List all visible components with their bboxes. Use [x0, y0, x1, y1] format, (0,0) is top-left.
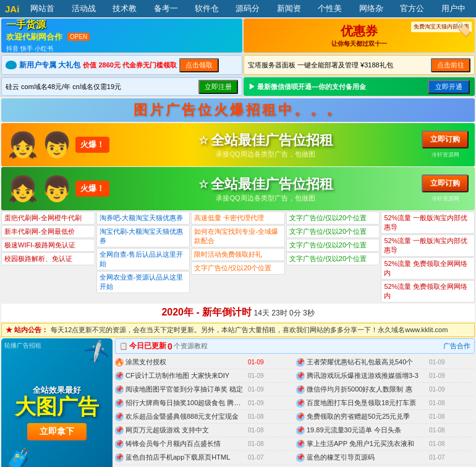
link-item: 新丰代刷网-全网最低价	[1, 225, 95, 238]
link-item: 高速低量 卡密代理代理	[191, 212, 285, 225]
news-title[interactable]: 19.89元流量30元适单 今日头条	[307, 426, 427, 435]
bullet-icon: 📌	[115, 440, 124, 448]
domain-right: ▶ 最新微信借呗开通—你的支付备用金 立即开通	[244, 77, 475, 96]
news-date: 01-07	[429, 454, 445, 461]
list-item: 🔥 涂黑支付授权 01-09	[115, 356, 294, 369]
news-title[interactable]: 欢乐超品金暨盛典领888元支付宝现金	[125, 412, 246, 421]
nav-software[interactable]: 软件仓库	[189, 0, 229, 17]
domain-text: 硅云 com域名48元/年 cn域名仅需19元	[6, 82, 121, 92]
news-date: 01-09	[429, 386, 445, 393]
ad2-center: ☆ 全站最佳广告位招租 承接QQ周边各类型广告，包做图	[109, 175, 422, 203]
link-item: 蛋疤代刷网-全网橙牛代刷	[1, 212, 95, 225]
ad1-corner: 冷轩资源网	[431, 151, 459, 159]
banner-row: 一手货源 欢迎代刷网合作 OPEN 抖音 快手 小红书 优惠券 让你每天都过双十…	[0, 17, 476, 54]
news-title[interactable]: 涂黑支付授权	[125, 358, 246, 367]
nav-home[interactable]: 网站首页	[24, 0, 65, 17]
ad-images: 👧 👦 火爆！ ☆ 全站最佳广告位招租 承接QQ周边各类型广告，包做图 立即订购…	[1, 123, 475, 210]
ad-row-1: 👧 👦 火爆！ ☆ 全站最佳广告位招租 承接QQ周边各类型广告，包做图 立即订购…	[1, 123, 475, 166]
domain-btn[interactable]: 立即注册	[198, 80, 238, 94]
nav-official[interactable]: 官方公告	[394, 0, 435, 17]
ad1-right: 立即订购 冷轩资源网	[422, 131, 475, 159]
news-title[interactable]: 百度地图打车日免垦领取18元打车票	[307, 398, 427, 408]
news-title[interactable]: CF设计工坊制作地图 大家快来DIY	[125, 371, 246, 380]
right-content: 📋 今日已更新 0 个资源教程 广告合作 🔥 涂黑支付授权 01-09 📌 CF…	[115, 338, 475, 467]
nav-source[interactable]: 源码分享	[229, 0, 270, 17]
top-navigation: JAi 网站首页 活动战报 技术教程 备考一哥 软件仓库 源码分享 新闻资讯 个…	[0, 0, 476, 17]
link-col-4: 文字广告位/仅以20个位置 文字广告位/仅以20个位置 文字广告位/仅以20个位…	[286, 212, 380, 302]
news-col-left: 🔥 涂黑支付授权 01-09 📌 CF设计工坊制作地图 大家快来DIY 01-0…	[115, 356, 294, 467]
news-title[interactable]: 微信停均月折5000好友人数限制 惠	[307, 385, 427, 394]
list-item: 📌 19.89元流量30元适单 今日头条 01-08	[296, 424, 475, 437]
newuser-right-label: 宝塔服务器面板 一键全能部署及管理 ¥3188礼包	[248, 61, 393, 70]
news-date: 01-09	[248, 372, 264, 379]
link-col-2: 淘券吧-大额淘宝天猫优惠券 淘宝代刷-大额淘宝天猫优惠券 全网自查-售后认品从这…	[96, 212, 190, 302]
ad2-buy-btn[interactable]: 立即订购	[422, 174, 469, 192]
news-title[interactable]: 铸锋会员每个月额内百点盛长情	[125, 439, 246, 448]
link-col-5: 52%流量 一般版淘宝内部优惠导 52%流量 一般版淘宝内部优惠导 52%流量 …	[381, 212, 475, 302]
site-logo: JAi	[0, 4, 24, 14]
news-col-right: 📌 王者荣耀优惠钻石礼包最高兑540个 01-09 📌 腾讯游戏玩乐爆推送游戏推…	[296, 356, 475, 467]
today-label: 今日已更新	[129, 341, 166, 351]
newuser-btn[interactable]: 点击领取	[179, 58, 219, 72]
news-title[interactable]: 网页万元超级游戏 支持中文	[125, 426, 246, 435]
news-title[interactable]: 腾讯游戏玩乐爆推送游戏推媒循增3-3	[307, 371, 427, 380]
person-icon: 🧳	[4, 447, 33, 467]
coupon-box: 优惠券 让你每天都过双十一	[331, 23, 387, 48]
nav-prepare[interactable]: 备考一哥	[148, 0, 189, 17]
link-item: 52%流量 免费领取全网网络内	[381, 280, 475, 302]
ad2-subtitle: 承接QQ周边各类型广告，包做图	[109, 194, 422, 203]
link-item: 淘宝代刷-大额淘宝天猫优惠券	[96, 225, 190, 247]
list-item: 📌 百度地图打车日免垦领取18元打车票 01-08	[296, 396, 475, 410]
link-item: 52%流量 免费领取全网网络内	[381, 257, 475, 280]
domain-right-btn[interactable]: 立即开通	[428, 80, 470, 94]
bullet-icon: 📌	[296, 413, 305, 421]
sidebar-ad-content: 全站效果最好 大图广告 立即拿下	[15, 372, 99, 440]
news-title[interactable]: 掌上生活APP 免用户1元买洗衣液和	[307, 439, 427, 448]
newuser-row: 新用户专属 大礼包 价值 2860元 代金券无门槛领取 点击领取 宝塔服务器面板…	[0, 54, 476, 76]
link-rows: 蛋疤代刷网-全网橙牛代刷 新丰代刷网-全网最低价 极速WIFI-极路网免认证 校…	[1, 212, 475, 302]
sidebar-grab-btn[interactable]: 立即拿下	[27, 423, 87, 440]
nav-news[interactable]: 新闻资讯	[271, 0, 312, 17]
link-item: 全网自查-售后认品从这里开始	[96, 248, 190, 270]
update-unit: 个资源教程	[174, 341, 208, 351]
news-title[interactable]: 王者荣耀优惠钻石礼包最高兑540个	[307, 358, 427, 367]
nav-net[interactable]: 网络杂谈	[353, 0, 394, 17]
banner-platforms: 抖音 快手 小红书	[6, 45, 90, 53]
open-badge: OPEN	[67, 33, 90, 41]
bullet-icon: 📌	[115, 372, 124, 380]
nav-activity[interactable]: 活动战报	[66, 0, 106, 17]
newuser-price: 价值 2860元 代金券无门槛领取	[83, 61, 177, 70]
char4-icon: 👦	[41, 174, 72, 204]
news-list: 🔥 涂黑支付授权 01-09 📌 CF设计工坊制作地图 大家快来DIY 01-0…	[115, 356, 475, 467]
news-title[interactable]: 免费领取的穷省赠超50元25元兑季	[307, 412, 427, 421]
list-item: 📌 铸锋会员每个月额内百点盛长情 01-08	[115, 437, 294, 451]
news-title[interactable]: 阅读地图图平官签到分享抽订单奖 稳定	[125, 385, 246, 394]
nav-personal[interactable]: 个性美化	[312, 0, 352, 17]
ad2-corner: 冷轩资源网	[431, 195, 459, 203]
notice-label: ★ 站内公告：	[6, 325, 48, 335]
bullet-icon: 📌	[115, 426, 124, 435]
banner-subtitle: 欢迎代刷网合作	[6, 32, 62, 43]
domain-row: 硅云 com域名48元/年 cn域名仅需19元 立即注册 ▶ 最新微信借呗开通—…	[0, 76, 476, 97]
ad1-buy-btn[interactable]: 立即订购	[422, 131, 469, 148]
news-date: 01-08	[429, 400, 445, 406]
bullet-icon: 📌	[115, 413, 124, 421]
nav-tutorial[interactable]: 技术教程	[106, 0, 147, 17]
news-date: 01-08	[248, 427, 264, 434]
nav-user[interactable]: 用户中心	[435, 0, 476, 17]
ad1-subtitle: 承接QQ周边各类型广告，包做图	[109, 150, 422, 159]
cloud-icon	[6, 61, 17, 69]
news-date: 01-09	[248, 400, 264, 406]
ad-row-2: 👧 👦 火爆！ ☆ 全站最佳广告位招租 承接QQ周边各类型广告，包做图 立即订购…	[1, 167, 475, 210]
content-header: 📋 今日已更新 0 个资源教程 广告合作	[115, 338, 475, 354]
news-title[interactable]: 蓝色自拍店手机app下载原页HTML	[125, 453, 246, 462]
link-item: 文字广告位/仅以20个位置	[286, 225, 380, 238]
news-date: 01-09	[248, 359, 264, 366]
ad-link[interactable]: 广告合作	[443, 341, 470, 351]
news-title[interactable]: 招行大牌商每日抽奖100超级食包 腾讯现	[125, 398, 246, 408]
char1-icon: 👧	[7, 131, 38, 160]
list-item: 📌 掌上生活APP 免用户1元买洗衣液和 01-08	[296, 437, 475, 451]
newuser-right-btn[interactable]: 点击前往	[431, 58, 470, 72]
news-date: 01-08	[429, 427, 445, 434]
news-title[interactable]: 蓝色的橡芝引导页源码	[307, 453, 427, 462]
